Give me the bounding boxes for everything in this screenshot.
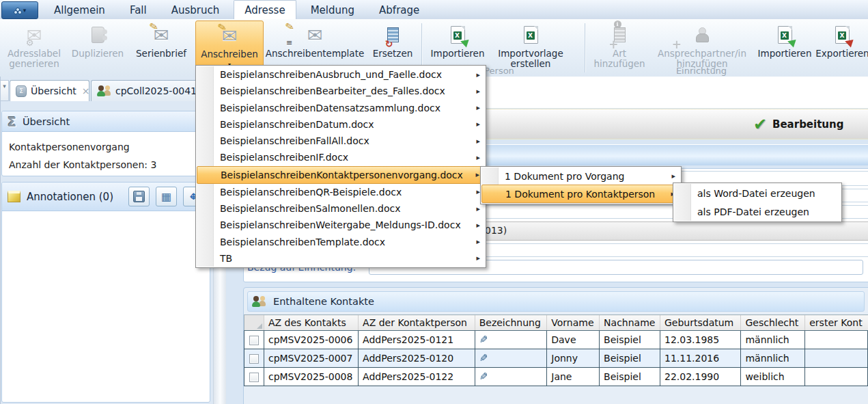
overview-count-label: Anzahl der Kontaktpersonen: 3	[9, 159, 156, 170]
col-nachname[interactable]: Nachname	[600, 315, 660, 331]
overview-panel-header[interactable]: Σ Übersicht	[2, 111, 210, 132]
menu-item[interactable]: BeispielanschreibenDatensatzsammlung.doc…	[197, 100, 485, 116]
duplicate-book-icon	[92, 22, 104, 48]
dropdown-arrow-icon: ▾	[23, 8, 27, 14]
check-icon: ✔	[753, 115, 767, 134]
tab-meldung[interactable]: Meldung	[300, 0, 365, 19]
menu-item[interactable]: 1 Dokument pro Vorgang▸	[481, 167, 680, 185]
table-header-row: AZ des Kontakts AZ der Kontaktperson Bez…	[244, 315, 868, 331]
menu-item[interactable]: BeispielanschreibenFallAll.docx▸	[197, 133, 485, 149]
tab-fall[interactable]: Fall	[120, 0, 157, 19]
app-menu-button[interactable]: ▾	[1, 1, 38, 19]
dokument-pro-submenu: 1 Dokument pro Vorgang▸ 1 Dokument pro K…	[480, 166, 682, 204]
tab-allgemein[interactable]: Allgemein	[44, 0, 115, 19]
overview-db-icon: Σ	[16, 85, 27, 97]
menu-item[interactable]: als Word-Datei erzeugen	[674, 184, 841, 202]
anschreiben-dropdown-menu: BeispielanschreibenAusbruch_und_Faelle.d…	[195, 65, 486, 268]
envelope-gear-icon: ✉ ⚙	[27, 22, 42, 48]
contacts-table: AZ des Kontakts AZ der Kontaktperson Bez…	[244, 314, 868, 386]
overview-panel-title: Übersicht	[23, 116, 70, 127]
menu-item[interactable]: BeispielanschreibenIF.docx▸	[197, 149, 485, 165]
col-az-kontakt[interactable]: AZ des Kontakts	[264, 315, 358, 331]
excel-import-icon: X	[778, 22, 792, 48]
row-checkbox[interactable]	[249, 336, 259, 345]
table-row[interactable]: cpMSV2025-0008 AddPers2025-0122 ✎ Jane B…	[244, 368, 868, 386]
menu-item[interactable]: TB▸	[197, 250, 485, 267]
envelope-pen-icon: ✉ ✎	[154, 22, 169, 48]
people-icon	[252, 295, 266, 308]
envelope-pen-icon: ✉ ✎	[222, 23, 238, 49]
tab-abfrage[interactable]: Abfrage	[369, 0, 430, 19]
menu-item[interactable]: BeispielanschreibenAusbruch_und_Faelle.d…	[197, 66, 485, 83]
corner-cell[interactable]	[244, 315, 264, 331]
submenu-arrow-icon: ▸	[475, 170, 479, 179]
menu-bar: ▾ Allgemein Fall Ausbruch Adresse Meldun…	[0, 0, 868, 20]
menu-item-highlighted[interactable]: 1 Dokument pro Kontaktperson▸	[481, 185, 680, 203]
table-row[interactable]: cpMSV2025-0007 AddPers2025-0120 ✎ Jonny …	[244, 349, 868, 368]
ribbon-group-einrichtung: Einrichtung	[589, 66, 814, 76]
menu-item[interactable]: als PDF-Datei erzeugen	[674, 202, 841, 221]
submenu-arrow-icon: ▸	[476, 87, 480, 96]
annotation-grid-button[interactable]: ▦	[156, 187, 177, 206]
menu-item[interactable]: BeispielanschreibenQR-Beispiele.docx▸	[197, 184, 485, 200]
sigma-icon: Σ	[8, 114, 16, 129]
edit-pencil-icon[interactable]: ✎	[479, 371, 488, 383]
contacts-title: Enthaltene Kontakte	[273, 296, 374, 307]
table-row[interactable]: cpMSV2025-0006 AddPers2025-0121 ✎ Dave B…	[244, 331, 868, 349]
col-erster-kontakt[interactable]: erster Kont	[805, 315, 868, 331]
col-geschlecht[interactable]: Geschlecht	[741, 315, 805, 331]
menu-item[interactable]: BeispielanschreibenBearbeiter_des_Falles…	[197, 83, 485, 99]
col-vorname[interactable]: Vorname	[547, 315, 600, 331]
status-label: Bearbeitung	[772, 118, 843, 131]
edit-pencil-icon[interactable]: ✎	[479, 352, 488, 364]
doc-tab-cpcoll[interactable]: cpColl2025-0041	[91, 80, 208, 101]
ribbon-separator	[585, 23, 585, 72]
submenu-arrow-icon: ▸	[476, 237, 480, 246]
submenu-arrow-icon: ▸	[476, 153, 480, 162]
excel-doc-icon: X	[524, 22, 538, 48]
menu-item[interactable]: BeispielanschreibenWeitergabe_Meldungs-I…	[197, 217, 485, 233]
annotations-panel: Annotationen (0) ▦ ↔↕	[1, 182, 210, 403]
people-icon	[97, 85, 111, 97]
building-add-icon: i +	[614, 22, 626, 48]
annotations-panel-header[interactable]: Annotationen (0) ▦ ↔↕	[2, 183, 210, 211]
submenu-arrow-icon: ▸	[476, 204, 480, 213]
submenu-arrow-icon: ▸	[476, 70, 480, 79]
annotation-cube-icon	[8, 191, 20, 202]
dropdown-arrow-icon: ▾	[3, 83, 6, 90]
tab-list-dropdown-button[interactable]: ▾	[0, 80, 9, 101]
annotations-panel-title: Annotationen (0)	[27, 191, 113, 203]
col-az-kontaktperson[interactable]: AZ der Kontaktperson	[359, 315, 475, 331]
row-checkbox[interactable]	[249, 354, 259, 364]
tab-ausbruch[interactable]: Ausbruch	[161, 0, 230, 19]
exportieren-button[interactable]: X Exportieren	[817, 21, 868, 74]
edit-pencil-icon[interactable]: ✎	[479, 334, 488, 346]
grid-icon: ▦	[161, 191, 171, 202]
submenu-arrow-icon: ▸	[671, 172, 675, 180]
submenu-arrow-icon: ▸	[476, 221, 480, 230]
submenu-arrow-icon: ▸	[476, 137, 480, 146]
doc-tab-uebersicht[interactable]: Σ Übersicht ×	[10, 80, 89, 101]
submenu-arrow-icon: ▸	[476, 103, 480, 112]
menu-item[interactable]: BeispielanschreibenDatum.docx▸	[197, 116, 485, 133]
duplizieren-button: Duplizieren	[68, 21, 127, 74]
excel-export-icon: X	[835, 22, 850, 48]
envelope-list-icon: ✉ ✎ ≡	[307, 22, 323, 48]
overview-type-label: Kontaktpersonenvorgang	[9, 142, 130, 152]
floppy-icon	[133, 191, 145, 202]
person-add-icon: +	[695, 22, 709, 48]
building-replace-icon: ↻	[387, 22, 399, 48]
menu-item[interactable]: BeispielanschreibenSalmonellen.docx▸	[197, 200, 485, 217]
col-geburtsdatum[interactable]: Geburtsdatum	[660, 315, 741, 331]
save-annotations-button[interactable]	[128, 187, 150, 206]
row-checkbox[interactable]	[249, 373, 259, 382]
datei-format-submenu: als Word-Datei erzeugen als PDF-Datei er…	[673, 183, 842, 222]
submenu-arrow-icon: ▸	[476, 120, 480, 129]
close-icon[interactable]: ×	[82, 85, 89, 96]
menu-item[interactable]: BeispielanschreibenTemplate.docx▸	[197, 234, 485, 250]
tab-adresse[interactable]: Adresse	[234, 0, 296, 19]
serienbrief-button[interactable]: ✉ ✎ Serienbrief	[128, 21, 194, 74]
col-bezeichnung[interactable]: Bezeichnung	[475, 315, 547, 331]
submenu-arrow-icon: ▸	[476, 254, 480, 262]
menu-item-highlighted[interactable]: BeispielanschreibenKontaktpersonenvorgan…	[197, 166, 485, 184]
